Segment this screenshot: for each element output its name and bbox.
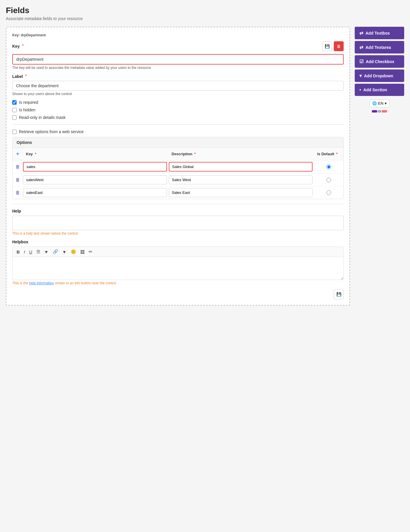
- list-button[interactable]: ☰: [35, 249, 41, 255]
- save-key-button[interactable]: 💾: [322, 41, 332, 51]
- image-button[interactable]: 🖼: [79, 249, 86, 255]
- is-hidden-label: Is hidden: [19, 108, 36, 112]
- col-header-is-default: Is Default *: [314, 149, 343, 159]
- help-section: Help This is a help text shown below the…: [12, 209, 344, 235]
- delete-key-button[interactable]: 🗑: [334, 41, 344, 51]
- add-checkbox-label: Add Checkbox: [366, 59, 394, 64]
- trash-icon: 🗑: [15, 177, 20, 183]
- page-title: Fields: [6, 6, 404, 15]
- table-row: 🗑: [13, 160, 343, 173]
- label-helper-text: Shown to your users above the control: [12, 92, 344, 96]
- key-input[interactable]: [12, 54, 344, 65]
- helpbox-title: Helpbox: [12, 240, 344, 244]
- readonly-label: Read-only in details mask: [19, 115, 65, 120]
- help-input[interactable]: [12, 216, 344, 230]
- add-section-icon: ▪: [359, 87, 361, 92]
- label-required-star: *: [25, 74, 27, 79]
- row-0-key-cell: [23, 160, 169, 173]
- helpbox-help-link[interactable]: help information: [29, 281, 54, 285]
- field-key-value: drpDepartment: [21, 33, 46, 37]
- table-row: 🗑: [13, 186, 343, 199]
- row-1-desc-input[interactable]: [169, 175, 313, 184]
- table-row: 🗑: [13, 173, 343, 186]
- emoji-button[interactable]: 🙂: [70, 249, 77, 255]
- row-2-desc-input[interactable]: [169, 188, 313, 197]
- add-dropdown-label: Add Dropdown: [364, 74, 393, 78]
- bold-button[interactable]: B: [15, 249, 21, 255]
- sidebar: ⇄Add Textbox⇄Add Textarea☑Add Checkbox▾A…: [355, 27, 404, 113]
- options-col-headers: + Key * Description * Is Default *: [13, 148, 343, 160]
- list-dropdown-button[interactable]: ▼: [43, 249, 50, 255]
- col-header-key: Key *: [23, 149, 169, 159]
- delete-row-0-button[interactable]: 🗑: [13, 162, 23, 172]
- add-textarea-label: Add Textarea: [365, 45, 391, 50]
- label-input[interactable]: [12, 81, 344, 91]
- add-textarea-button[interactable]: ⇄Add Textarea: [355, 41, 404, 53]
- delete-row-2-button[interactable]: 🗑: [13, 188, 23, 198]
- page-container: Fields Associate metadata fields to your…: [6, 6, 404, 306]
- row-0-desc-cell: [169, 160, 315, 173]
- lang-button[interactable]: 🌐 EN ▾: [370, 99, 389, 107]
- trash-icon: 🗑: [15, 164, 20, 169]
- field-key-label: Key:: [12, 33, 20, 37]
- field-key-bar: Key: drpDepartment: [12, 33, 344, 37]
- row-1-radio-cell: [314, 178, 343, 182]
- link-dropdown-button[interactable]: ▼: [61, 249, 68, 255]
- label-section: Label * Shown to your users above the co…: [12, 74, 344, 96]
- row-0-key-input[interactable]: [23, 162, 167, 172]
- link-button[interactable]: 🔗: [52, 249, 59, 255]
- chevron-down-icon: ▾: [385, 101, 387, 106]
- dot-red: [382, 110, 387, 113]
- add-checkbox-button[interactable]: ☑Add Checkbox: [355, 55, 404, 68]
- helpbox-textarea[interactable]: [12, 257, 344, 280]
- italic-button[interactable]: I: [23, 249, 26, 255]
- is-required-row: Is required: [12, 100, 344, 105]
- divider-1: [12, 124, 344, 125]
- row-2-key-input[interactable]: [23, 188, 167, 197]
- add-textbox-icon: ⇄: [359, 30, 363, 36]
- row-2-desc-cell: [169, 186, 315, 199]
- readonly-checkbox[interactable]: [12, 115, 17, 120]
- add-textbox-button[interactable]: ⇄Add Textbox: [355, 27, 404, 39]
- row-1-radio[interactable]: [326, 178, 331, 182]
- dot-plus: +: [378, 110, 381, 113]
- row-0-desc-input[interactable]: [169, 162, 313, 172]
- add-option-button[interactable]: +: [13, 148, 23, 160]
- is-hidden-row: Is hidden: [12, 108, 344, 112]
- readonly-row: Read-only in details mask: [12, 115, 344, 120]
- row-0-radio[interactable]: [326, 165, 331, 169]
- add-textbox-label: Add Textbox: [365, 31, 390, 35]
- main-layout: Key: drpDepartment Key * 💾 🗑 The key wil…: [6, 27, 404, 306]
- globe-icon: 🌐: [372, 101, 377, 106]
- helpbox-toolbar: B I U ☰ ▼ 🔗 ▼ 🙂 🖼 ✏: [12, 247, 344, 257]
- helpbox-section: Helpbox B I U ☰ ▼ 🔗 ▼ 🙂 🖼 ✏ This is the …: [12, 240, 344, 285]
- delete-row-1-button[interactable]: 🗑: [13, 175, 23, 185]
- add-dropdown-icon: ▾: [359, 73, 362, 78]
- row-1-key-input[interactable]: [23, 175, 167, 184]
- form-area: Key: drpDepartment Key * 💾 🗑 The key wil…: [6, 27, 350, 306]
- options-box: Options + Key * Description * Is Default…: [12, 137, 344, 199]
- label-field-label: Label *: [12, 74, 344, 79]
- col-header-description: Description *: [169, 149, 315, 159]
- retrieve-web-row: Retrieve options from a web service: [12, 129, 344, 134]
- is-hidden-checkbox[interactable]: [12, 108, 17, 112]
- add-section-button[interactable]: ▪Add Section: [355, 84, 404, 96]
- key-field-label: Key *: [12, 44, 24, 49]
- key-section-header: Key * 💾 🗑: [12, 41, 344, 51]
- save-button[interactable]: 💾: [334, 289, 344, 299]
- row-2-key-cell: [23, 186, 169, 199]
- retrieve-web-checkbox[interactable]: [12, 130, 17, 134]
- is-required-checkbox[interactable]: [12, 100, 17, 105]
- is-required-label: Is required: [19, 100, 38, 105]
- eraser-button[interactable]: ✏: [88, 249, 94, 255]
- save-row: 💾: [12, 289, 344, 299]
- key-required-star: *: [22, 44, 24, 49]
- underline-button[interactable]: U: [28, 249, 33, 255]
- key-helper-text: The key will be used to associate the me…: [12, 66, 344, 70]
- lang-row: 🌐 EN ▾: [355, 99, 404, 107]
- help-title: Help: [12, 209, 344, 213]
- add-section-label: Add Section: [363, 88, 387, 92]
- options-rows: 🗑 🗑 🗑: [13, 160, 343, 199]
- add-dropdown-button[interactable]: ▾Add Dropdown: [355, 69, 404, 82]
- row-2-radio[interactable]: [326, 190, 331, 195]
